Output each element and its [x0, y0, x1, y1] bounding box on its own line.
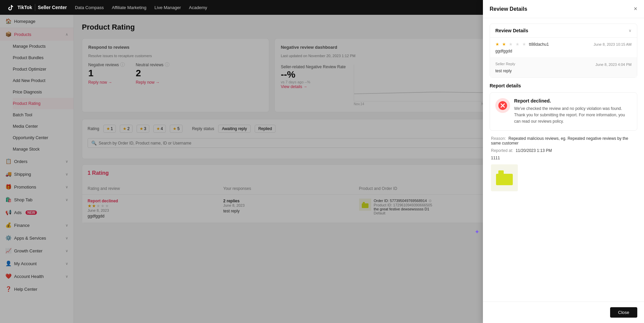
review-detail-panel: Review Details × Review Details ∨ ★ ★ ★ … [483, 0, 644, 323]
seller-reply-date: June 8, 2023 4:04 PM [595, 63, 632, 67]
reason-label: Reason: [491, 136, 506, 141]
topnav-links: Data Compass Affiliate Marketing Live Ma… [75, 5, 207, 10]
panel-title: Review Details [490, 6, 527, 12]
panel-star-5: ★ [522, 42, 526, 47]
notes-text: 1111 [491, 156, 500, 160]
svg-rect-9 [498, 170, 504, 175]
panel-star-1: ★ [495, 42, 499, 47]
report-section: Report details Report declined. We've ch… [490, 83, 637, 191]
review-details-box: Review Details ∨ ★ ★ ★ ★ ★ tt88dachu1 Ju… [490, 24, 637, 78]
data-compass-link[interactable]: Data Compass [75, 5, 104, 10]
panel-header: Review Details × [483, 0, 644, 18]
report-declined-status-title: Report declined. [514, 98, 632, 104]
review-body-text: ggdfggdd [495, 49, 632, 53]
review-stars-username: ★ ★ ★ ★ ★ tt88dachu1 [495, 42, 549, 47]
review-details-header: Review Details ∨ [490, 24, 637, 38]
report-declined-box: Report declined. We've checked the revie… [490, 92, 637, 131]
reported-at-value: 11/20/2023 1:13 PM [515, 148, 552, 153]
affiliate-marketing-link[interactable]: Affiliate Marketing [112, 5, 146, 10]
report-declined-icon [495, 98, 510, 113]
reason-text: Repeated malicious reviews, eg. Repeated… [491, 136, 628, 146]
sparkle-icon[interactable]: ✦ [475, 228, 480, 236]
review-username: tt88dachu1 [529, 42, 549, 47]
panel-close-footer-button[interactable]: Close [610, 307, 637, 318]
reason-row: Reason: Repeated malicious reviews, eg. … [491, 136, 636, 146]
panel-star-4: ★ [515, 42, 519, 47]
panel-body: Review Details ∨ ★ ★ ★ ★ ★ tt88dachu1 Ju… [483, 18, 644, 301]
panel-close-button[interactable]: × [634, 5, 637, 12]
panel-footer: Close [483, 301, 644, 323]
review-details-section-title: Review Details [495, 28, 528, 33]
live-manager-link[interactable]: Live Manager [154, 5, 181, 10]
panel-star-2: ★ [502, 42, 506, 47]
report-image [491, 164, 518, 191]
reported-at-label: Reported at: [491, 148, 513, 153]
reported-at-row: Reported at: 11/20/2023 1:13 PM [491, 148, 636, 153]
seller-reply-text: test reply [495, 69, 632, 73]
logo: TikTok Seller Center [5, 3, 67, 12]
review-entry: ★ ★ ★ ★ ★ tt88dachu1 June 8, 2023 10:15 … [490, 38, 637, 58]
seller-reply-entry: Seller Reply June 8, 2023 4:04 PM test r… [490, 58, 637, 77]
report-section-title: Report details [490, 83, 637, 88]
notes-row: 1111 [491, 156, 636, 160]
review-datetime: June 8, 2023 10:15 AM [594, 42, 632, 46]
report-detail-fields: Reason: Repeated malicious reviews, eg. … [490, 136, 637, 191]
logo-divider [35, 4, 35, 11]
review-details-chevron: ∨ [629, 28, 632, 33]
seller-reply-label: Seller Reply [495, 62, 515, 66]
academy-link[interactable]: Academy [189, 5, 207, 10]
svg-rect-8 [496, 174, 513, 185]
seller-center-text: Seller Center [38, 5, 67, 10]
review-entry-header: ★ ★ ★ ★ ★ tt88dachu1 June 8, 2023 10:15 … [495, 42, 632, 47]
logo-text: TikTok [17, 5, 32, 10]
panel-star-3: ★ [509, 42, 513, 47]
report-declined-desc: We've checked the review and no policy v… [514, 106, 632, 125]
